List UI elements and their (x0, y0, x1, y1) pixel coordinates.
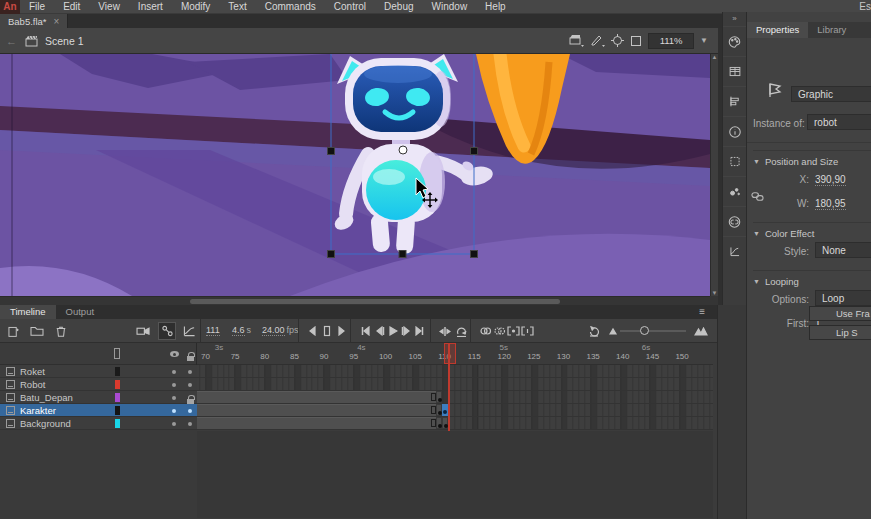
go-last-icon[interactable] (410, 322, 428, 340)
layer-row-karakter[interactable]: Karakter (0, 404, 197, 417)
timeline-zoom-slider[interactable] (620, 330, 686, 332)
panel-menu-icon[interactable]: ≡ (699, 306, 705, 317)
layer-lock-dot[interactable] (188, 370, 192, 374)
slider-knob[interactable] (640, 326, 649, 335)
layer-lock-dot[interactable] (188, 383, 192, 387)
keyframe-cell[interactable] (436, 391, 442, 403)
layer-visibility-dot[interactable] (172, 370, 176, 374)
close-icon[interactable]: × (54, 16, 60, 27)
menu-window[interactable]: Window (423, 0, 477, 14)
layer-row-roket[interactable]: Roket (0, 365, 197, 378)
tab-library[interactable]: Library (808, 22, 855, 38)
layer-outline-color[interactable] (115, 393, 120, 402)
prop-dropdown[interactable]: None (815, 242, 871, 258)
playhead-marker[interactable] (444, 343, 456, 364)
color-panel-icon[interactable] (723, 26, 747, 56)
layer-outline-color[interactable] (115, 367, 120, 376)
stage-canvas[interactable] (0, 54, 710, 296)
layer-outline-color[interactable] (115, 380, 120, 389)
zoom-level-input[interactable]: 111% (648, 33, 694, 49)
swatches-panel-icon[interactable] (723, 56, 747, 86)
menu-text[interactable]: Text (219, 0, 255, 14)
document-tab[interactable]: Bab5.fla* × (0, 14, 68, 28)
stage-horizontal-scrollbar[interactable] (0, 296, 710, 305)
frame-row-batu_depan[interactable] (197, 391, 713, 404)
layer-outline-color[interactable] (115, 406, 120, 415)
behavior-dropdown[interactable]: Graphic (791, 86, 871, 102)
time-number[interactable]: 4.6 (232, 325, 245, 336)
prop-hot-value[interactable]: 180,95 (815, 198, 846, 210)
new-layer-icon[interactable] (4, 322, 22, 340)
section-position-and-size[interactable]: ▼Position and Size (753, 150, 871, 167)
section-color-effect[interactable]: ▼Color Effect (753, 222, 871, 239)
menu-insert[interactable]: Insert (129, 0, 172, 14)
tab-properties[interactable]: Properties (747, 22, 808, 38)
layer-row-batu_depan[interactable]: Batu_Depan (0, 391, 197, 404)
scrollbar-thumb[interactable] (190, 299, 560, 304)
current-frame-value[interactable]: 111 (206, 325, 220, 335)
workspace-switcher[interactable]: Es (859, 1, 871, 12)
delete-trash-icon[interactable] (52, 322, 70, 340)
layer-row-background[interactable]: Background (0, 417, 197, 430)
button-use-fra[interactable]: Use Fra (809, 306, 871, 321)
frame-row-karakter[interactable] (197, 404, 713, 417)
menu-edit[interactable]: Edit (54, 0, 89, 14)
next-frame-icon[interactable] (332, 322, 350, 340)
camera-icon[interactable] (134, 322, 152, 340)
layer-visibility-dot[interactable] (172, 396, 176, 400)
modify-markers-icon[interactable] (518, 322, 536, 340)
section-looping[interactable]: ▼Looping (753, 270, 871, 287)
frame-row-robot[interactable] (197, 378, 713, 391)
scene-name[interactable]: Scene 1 (45, 35, 84, 47)
frame-grid[interactable] (197, 365, 713, 431)
frame-span[interactable] (197, 404, 436, 416)
new-folder-icon[interactable] (28, 322, 46, 340)
layer-lock-dot[interactable] (188, 409, 192, 413)
fps-number[interactable]: 24.00 (262, 325, 285, 336)
app-logo[interactable]: An (0, 0, 20, 14)
transform-panel-icon[interactable] (723, 146, 747, 176)
layer-visibility-dot[interactable] (172, 409, 176, 413)
frame-graph-icon[interactable] (180, 322, 198, 340)
frame-row-roket[interactable] (197, 365, 713, 378)
prop-dropdown[interactable]: Loop (815, 290, 871, 306)
menu-file[interactable]: File (20, 0, 54, 14)
layer-visibility-dot[interactable] (172, 383, 176, 387)
collapse-panels-icon[interactable]: » (732, 12, 736, 26)
motion-editor-icon[interactable] (723, 236, 747, 266)
clip-content-icon[interactable] (630, 35, 642, 47)
prop-hot-value[interactable]: 390,90 (815, 174, 846, 186)
reset-zoom-icon[interactable] (585, 322, 603, 340)
layer-outline-color[interactable] (115, 419, 120, 428)
info-panel-icon[interactable] (723, 116, 747, 146)
edit-symbols-icon[interactable] (590, 34, 605, 47)
menu-modify[interactable]: Modify (172, 0, 219, 14)
frame-span[interactable] (197, 391, 436, 403)
frame-number[interactable]: 111 (206, 325, 220, 336)
button-lip-s[interactable]: Lip S (809, 325, 871, 340)
elapsed-time-value[interactable]: 4.6s (232, 325, 251, 335)
layer-parenting-icon[interactable] (158, 322, 176, 340)
menu-debug[interactable]: Debug (375, 0, 422, 14)
back-icon[interactable]: ← (6, 35, 17, 47)
cc-libraries-icon[interactable] (723, 206, 747, 236)
menu-view[interactable]: View (89, 0, 129, 14)
frame-rate-value[interactable]: 24.00fps (262, 325, 299, 335)
zoom-in-frames-icon[interactable] (692, 322, 710, 340)
loop-playback-icon[interactable] (452, 322, 470, 340)
layer-row-robot[interactable]: Robot (0, 378, 197, 391)
edit-scene-icon[interactable] (569, 34, 584, 47)
layer-lock-dot[interactable] (188, 422, 192, 426)
brush-library-icon[interactable] (723, 176, 747, 206)
tab-output[interactable]: Output (56, 305, 105, 319)
stage-vertical-scrollbar[interactable]: ▲▼ (710, 54, 718, 296)
layer-visibility-dot[interactable] (172, 422, 176, 426)
frame-span[interactable] (197, 417, 436, 429)
align-panel-icon[interactable] (723, 86, 747, 116)
frame-row-background[interactable] (197, 417, 713, 430)
menu-commands[interactable]: Commands (256, 0, 325, 14)
link-dimensions-icon[interactable] (751, 190, 764, 205)
center-frame-icon[interactable] (611, 34, 624, 47)
zoom-dropdown-icon[interactable]: ▼ (700, 36, 708, 45)
menu-help[interactable]: Help (476, 0, 515, 14)
